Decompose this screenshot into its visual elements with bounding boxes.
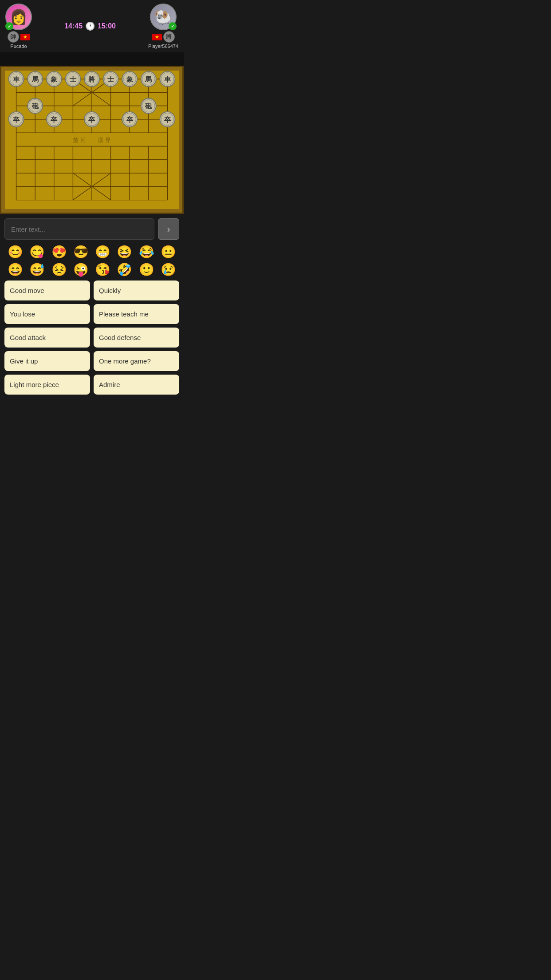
player1-piece-badge: 帥 (8, 31, 19, 43)
emoji-row-1: 😊 😋 😍 😎 😁 😆 😂 😐 (4, 245, 179, 259)
game-header: 👩 ✓ 帥 ★ Pucado 14:45 🕐 15:00 🐏 ✓ (0, 0, 184, 52)
phrase-good-defense[interactable]: Good defense (94, 328, 179, 348)
phrase-you-lose[interactable]: You lose (4, 304, 90, 324)
emoji-1-4[interactable]: 😎 (72, 245, 90, 259)
phrase-good-move[interactable]: Good move (4, 281, 90, 300)
emoji-2-3[interactable]: 😣 (51, 263, 68, 277)
emoji-2-5[interactable]: 😘 (94, 263, 111, 277)
send-icon: › (167, 224, 170, 234)
emoji-1-5[interactable]: 😁 (94, 245, 111, 259)
player2-check: ✓ (169, 22, 177, 30)
player2-badges: ★ 將 (152, 31, 175, 43)
phrase-one-more-game[interactable]: One more game? (94, 351, 179, 371)
emoji-row-2: 😄 😅 😣 😜 😘 🤣 🙂 😢 (4, 263, 179, 277)
emoji-2-1[interactable]: 😄 (7, 263, 24, 277)
phrase-quickly[interactable]: Quickly (94, 281, 179, 300)
send-button[interactable]: › (158, 218, 179, 240)
svg-text:卒: 卒 (126, 116, 134, 123)
emoji-2-7[interactable]: 🙂 (138, 263, 155, 277)
svg-text:車: 車 (164, 76, 171, 83)
player2-info: 🐏 ✓ ★ 將 Player566474 (148, 4, 178, 49)
emoji-1-8[interactable]: 😐 (160, 245, 177, 259)
phrase-give-it-up[interactable]: Give it up (4, 351, 90, 371)
svg-text:砲: 砲 (145, 103, 152, 110)
timer2: 15:00 (98, 22, 116, 30)
emoji-1-7[interactable]: 😂 (138, 245, 155, 259)
svg-text:象: 象 (126, 76, 134, 83)
timer-row: 14:45 🕐 15:00 (64, 21, 116, 31)
emoji-2-6[interactable]: 🤣 (116, 263, 133, 277)
svg-text:卒: 卒 (51, 116, 58, 123)
timer-section: 14:45 🕐 15:00 (64, 21, 116, 31)
emoji-1-1[interactable]: 😊 (7, 245, 24, 259)
svg-text:卒: 卒 (13, 116, 20, 123)
player1-flag: ★ (20, 34, 30, 40)
emoji-2-8[interactable]: 😢 (160, 263, 177, 277)
svg-text:馬: 馬 (31, 76, 39, 83)
phrase-good-attack[interactable]: Good attack (4, 328, 90, 348)
chess-board-svg[interactable]: 楚 河 漢 界 車 馬 象 士 將 士 象 馬 (5, 71, 179, 209)
phrase-light-more-piece[interactable]: Light more piece (4, 375, 90, 395)
player2-flag: ★ (152, 34, 162, 40)
svg-text:象: 象 (51, 76, 58, 83)
player2-avatar-container: 🐏 ✓ (150, 4, 177, 30)
phrases-grid: Good move Quickly You lose Please teach … (4, 281, 179, 395)
svg-text:士: 士 (70, 76, 77, 83)
player1-avatar-container: 👩 ✓ (5, 4, 32, 30)
board-spacer (0, 52, 184, 66)
svg-text:士: 士 (107, 76, 114, 83)
svg-text:卒: 卒 (89, 116, 96, 123)
phrase-please-teach-me[interactable]: Please teach me (94, 304, 179, 324)
player1-badges: 帥 ★ (8, 31, 30, 43)
chess-board-container[interactable]: 楚 河 漢 界 車 馬 象 士 將 士 象 馬 (0, 66, 184, 214)
svg-text:車: 車 (13, 76, 20, 83)
emoji-1-6[interactable]: 😆 (116, 245, 133, 259)
svg-text:卒: 卒 (164, 116, 171, 123)
svg-text:馬: 馬 (145, 76, 152, 83)
svg-text:砲: 砲 (31, 103, 39, 110)
emoji-1-3[interactable]: 😍 (51, 245, 68, 259)
chat-section: › 😊 😋 😍 😎 😁 😆 😂 😐 😄 😅 😣 😜 😘 🤣 🙂 😢 Good m… (0, 214, 184, 399)
emoji-1-2[interactable]: 😋 (28, 245, 46, 259)
chat-input[interactable] (4, 218, 154, 240)
svg-text:楚 河　　漢 界: 楚 河 漢 界 (73, 137, 110, 143)
emoji-2-4[interactable]: 😜 (72, 263, 90, 277)
player2-name: Player566474 (148, 43, 178, 49)
player1-info: 👩 ✓ 帥 ★ Pucado (5, 4, 32, 49)
timer1: 14:45 (64, 22, 83, 30)
phrase-admire[interactable]: Admire (94, 375, 179, 395)
input-row: › (4, 218, 179, 240)
player1-name: Pucado (10, 43, 27, 49)
svg-text:將: 將 (88, 76, 95, 83)
player1-check: ✓ (5, 22, 13, 30)
clock-icon: 🕐 (85, 21, 95, 31)
player2-piece-badge: 將 (163, 31, 175, 43)
emoji-2-2[interactable]: 😅 (28, 263, 46, 277)
